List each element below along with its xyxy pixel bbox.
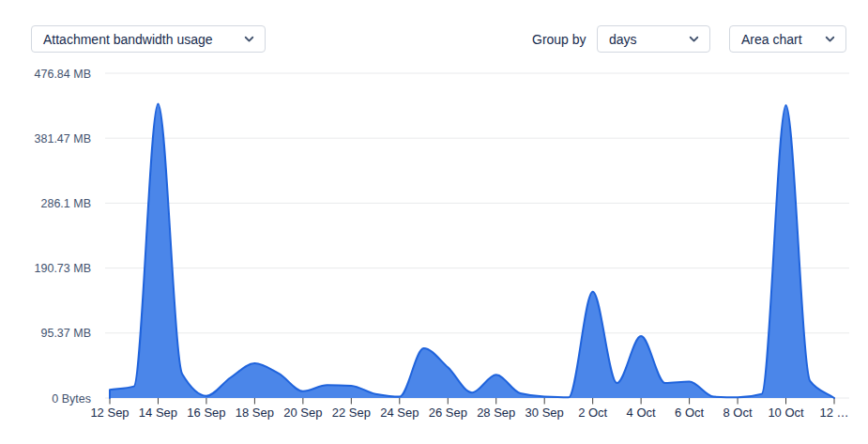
x-axis-label: 2 Oct <box>578 406 607 420</box>
x-axis-label: 16 Sep <box>187 406 225 420</box>
x-axis-label: 26 Sep <box>429 406 467 420</box>
x-axis-label: 12 … <box>819 406 848 420</box>
x-axis-label: 28 Sep <box>477 406 515 420</box>
x-axis-label: 24 Sep <box>380 406 419 420</box>
y-axis-label: 0 Bytes <box>52 392 91 406</box>
x-axis-label: 10 Oct <box>768 406 804 420</box>
x-axis-label: 12 Sep <box>90 406 129 420</box>
x-axis-label: 22 Sep <box>332 406 371 420</box>
x-axis-label: 8 Oct <box>723 406 753 420</box>
attachment-bandwidth-area-chart: 0 Bytes95.37 MB190.73 MB286.1 MB381.47 M… <box>0 0 868 444</box>
x-axis-label: 4 Oct <box>627 406 656 420</box>
x-axis-label: 30 Sep <box>525 406 564 420</box>
y-axis-label: 476.84 MB <box>35 68 91 81</box>
y-axis-label: 190.73 MB <box>35 262 91 275</box>
area-line <box>110 104 834 398</box>
x-axis-label: 20 Sep <box>283 406 322 420</box>
y-axis-label: 95.37 MB <box>40 327 91 340</box>
bandwidth-chart-panel: Attachment bandwidth usage Group by days… <box>0 0 868 444</box>
y-axis-label: 381.47 MB <box>35 132 91 145</box>
x-axis-label: 6 Oct <box>675 406 704 420</box>
area-fill[interactable] <box>110 104 834 398</box>
y-axis-label: 286.1 MB <box>40 197 91 210</box>
x-axis-label: 14 Sep <box>139 406 177 420</box>
x-axis-label: 18 Sep <box>236 406 274 420</box>
